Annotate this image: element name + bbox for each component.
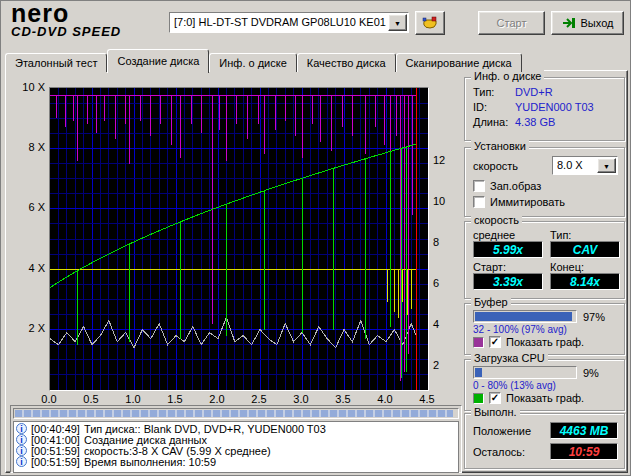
tab-bar: Эталонный тест Создание диска Инф. о дис… (5, 48, 522, 72)
tab-content-panel: 10 X 8 X 6 X 4 X 2 X 0.0 0.5 1.0 1.5 2.0… (5, 70, 628, 473)
log-entry: [00:51:59] Время выполнения: 10:59 (16, 456, 456, 467)
right-axis-tick: 10 (433, 195, 445, 207)
options-button[interactable] (415, 11, 445, 35)
x-axis-tick: 0.5 (83, 393, 98, 405)
right-axis-tick: 4 (433, 318, 439, 330)
avg-speed-value: 5.99x (473, 241, 543, 258)
cpu-range: 0 - 80% (13% avg) (473, 380, 556, 391)
burn-progress-fill (15, 410, 453, 417)
write-speed-row: скорость 8.0 X ▼ (473, 156, 618, 175)
y-axis-tick: 4 X (11, 262, 45, 274)
info-icon (16, 445, 27, 456)
x-axis-tick: 3.5 (335, 393, 350, 405)
right-axis-tick: 12 (433, 154, 445, 166)
disc-length-row: Длина: 4.38 GB (473, 116, 618, 128)
speed-results-title: скорость (471, 214, 522, 226)
drive-select-value: [7:0] HL-DT-ST DVDRAM GP08LU10 KE01 (174, 16, 388, 28)
simulate-checkbox[interactable] (473, 196, 485, 208)
tab-label: Создание диска (117, 55, 199, 67)
cd-dvd-speed-logo-text: CD-DVD SPEED (11, 21, 121, 43)
tab-benchmark[interactable]: Эталонный тест (5, 53, 107, 72)
log-entry: [00:41:00] Создание диска данных (16, 434, 456, 445)
position-row: Положение 4463 MB (473, 422, 618, 439)
tab-create-disc[interactable]: Создание диска (107, 49, 209, 73)
buffer-show-row: Показать граф. (473, 336, 618, 348)
nero-cd-dvd-speed-window: nero CD-DVD SPEED [7:0] HL-DT-ST DVDRAM … (0, 0, 631, 476)
info-icon (16, 434, 27, 445)
settings-title: Установки (471, 140, 529, 152)
speed-graph-plot (49, 87, 429, 391)
write-speed-label: скорость (473, 160, 518, 172)
buffer-title: Буфер (471, 296, 511, 308)
position-value: 4463 MB (550, 422, 618, 439)
log-list[interactable]: [00:40:49] Тип диска:: Blank DVD, DVD+R,… (13, 421, 459, 473)
log-entry: [00:40:49] Тип диска:: Blank DVD, DVD+R,… (16, 423, 456, 434)
write-speed-combo[interactable]: 8.0 X ▼ (552, 156, 618, 175)
x-axis-tick: 3.0 (293, 393, 308, 405)
start-speed-cell: Старт: 3.39x (473, 261, 543, 290)
cpu-bar-row: 9% (473, 366, 618, 379)
log-text: Время выполнения: 10:59 (84, 456, 216, 468)
y-axis-tick: 2 X (11, 322, 45, 334)
x-axis-tick: 4.5 (419, 393, 434, 405)
buffer-bar-row: 97% (473, 310, 618, 323)
tab-label: Сканирование диска (406, 57, 512, 69)
remaining-row: Осталось: 10:59 (473, 443, 618, 460)
disc-id-value: YUDEN000 T03 (515, 101, 594, 113)
disc-info-group: Инф. о диске Тип: DVD+R ID: YUDEN000 T03… (464, 77, 625, 141)
disc-type-value: DVD+R (515, 86, 553, 98)
nero-logo: nero CD-DVD SPEED (11, 2, 121, 43)
y-axis-tick: 10 X (11, 81, 45, 93)
remaining-label: Осталось: (473, 446, 525, 458)
simulate-label: Иммитировать (490, 196, 565, 208)
remaining-value: 10:59 (550, 443, 618, 460)
tab-label: Эталонный тест (15, 57, 97, 69)
disc-length-value: 4.38 GB (515, 116, 555, 128)
drive-select-combo[interactable]: [7:0] HL-DT-ST DVDRAM GP08LU10 KE01 ▼ (169, 12, 409, 33)
tab-disc-quality[interactable]: Качество диска (297, 53, 396, 72)
buffer-group: Буфер 97% 32 - 100% (97% avg) Показать г… (464, 303, 625, 355)
write-image-label: Зап.образ (490, 180, 541, 192)
avg-speed-cell: среднее 5.99x (473, 229, 543, 258)
speed-graph-canvas (50, 88, 428, 390)
cpu-title: Загрузка CPU (471, 352, 548, 364)
end-speed-value: 8.14x (550, 273, 620, 290)
cpu-show-label: Показать граф. (506, 392, 584, 404)
exit-arrow-icon (562, 17, 576, 29)
right-axis-tick: 2 (433, 359, 439, 371)
log-entry: [00:51:59] скорость:3-8 X CAV (5.99 X ср… (16, 445, 456, 456)
start-speed-value: 3.39x (473, 273, 543, 290)
write-image-checkbox[interactable] (473, 180, 485, 192)
end-speed-cell: Конец: 8.14x (550, 261, 620, 290)
buffer-range: 32 - 100% (97% avg) (473, 324, 567, 335)
write-image-row: Зап.образ (473, 180, 618, 192)
position-label: Положение (473, 425, 531, 437)
burn-progressbar (13, 408, 459, 419)
exit-button[interactable]: Выход (551, 11, 624, 35)
disc-type-label: Тип: (473, 86, 515, 98)
hand-tool-icon (421, 16, 439, 30)
drive-combo-dropdown-button[interactable]: ▼ (388, 14, 407, 31)
cpu-show-checkbox[interactable] (489, 392, 501, 404)
x-axis-tick: 2.0 (209, 393, 224, 405)
write-speed-dropdown-button[interactable]: ▼ (597, 158, 616, 173)
exit-button-label: Выход (581, 17, 614, 29)
end-speed-label: Конец: (550, 261, 620, 273)
buffer-show-checkbox[interactable] (489, 336, 501, 348)
tab-disc-info[interactable]: Инф. о диске (209, 53, 296, 72)
log-panel: [00:40:49] Тип диска:: Blank DVD, DVD+R,… (10, 405, 462, 473)
buffer-progress-fill (475, 312, 572, 321)
tab-scan-disc[interactable]: Сканирование диска (396, 53, 522, 72)
right-axis-tick: 8 (433, 236, 439, 248)
tab-label: Инф. о диске (219, 57, 286, 69)
progress-title: Выполн. (471, 406, 520, 418)
disc-length-label: Длина: (473, 116, 515, 128)
buffer-progressbar (473, 310, 577, 323)
speed-type-label: Тип: (550, 229, 620, 241)
start-button[interactable]: Старт (478, 11, 545, 35)
y-axis-tick: 8 X (11, 141, 45, 153)
speed-type-value: CAV (550, 241, 620, 258)
speed-results-group: скорость среднее 5.99x Тип: CAV Старт: 3… (464, 221, 625, 299)
right-axis-tick: 6 (433, 277, 439, 289)
settings-group: Установки скорость 8.0 X ▼ Зап.образ Имм… (464, 147, 625, 217)
